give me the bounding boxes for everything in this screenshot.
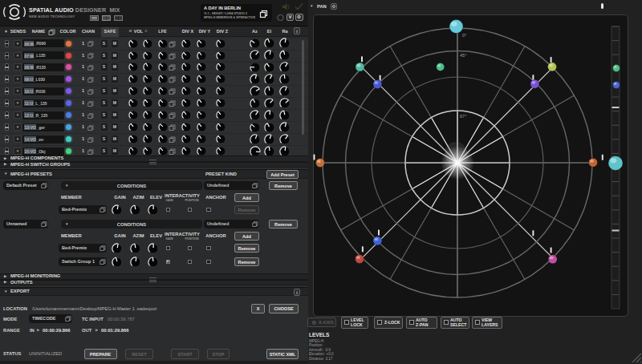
svg-text:67°: 67°	[460, 114, 466, 119]
svg-text:0°: 0°	[462, 33, 466, 38]
svg-text:45°: 45°	[460, 53, 466, 58]
